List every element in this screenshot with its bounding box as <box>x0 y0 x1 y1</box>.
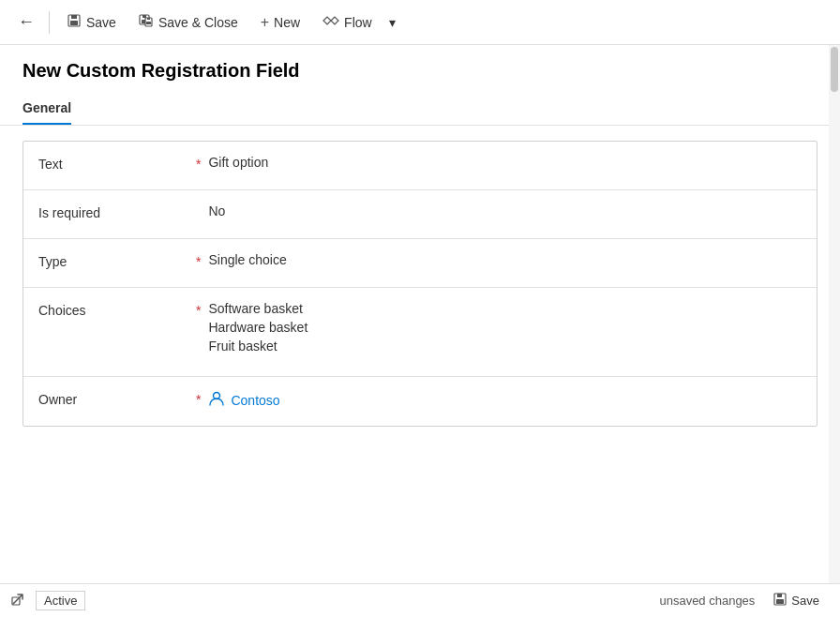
save-button[interactable]: Save <box>57 8 126 37</box>
save-icon <box>67 13 82 31</box>
choice-item-1[interactable]: Software basket <box>208 301 802 316</box>
page-title: New Custom Registration Field <box>22 60 818 82</box>
new-button[interactable]: + New <box>251 8 309 37</box>
form-area: Text * Gift option Is required * No Type… <box>0 126 840 583</box>
flow-label: Flow <box>344 15 372 30</box>
status-active-badge: Active <box>36 591 85 610</box>
status-save-button[interactable]: Save <box>764 589 829 612</box>
field-label-choices: Choices <box>38 301 188 318</box>
field-label-owner: Owner <box>38 390 188 407</box>
flow-icon <box>322 13 339 31</box>
svg-rect-7 <box>147 18 150 20</box>
save-close-label: Save & Close <box>158 15 238 30</box>
new-label: New <box>274 15 300 30</box>
field-value-owner[interactable]: Contoso <box>208 390 802 410</box>
svg-rect-8 <box>146 22 151 24</box>
required-indicator-choices: * <box>196 301 201 318</box>
main-content: New Custom Registration Field General Te… <box>0 45 840 583</box>
save-close-button[interactable]: Save & Close <box>129 8 248 37</box>
field-label-type: Type <box>38 252 188 269</box>
svg-rect-2 <box>70 21 78 25</box>
field-value-text[interactable]: Gift option <box>208 155 802 170</box>
status-right: unsaved changes Save <box>659 589 829 612</box>
status-save-label: Save <box>791 594 819 608</box>
svg-rect-12 <box>777 594 782 597</box>
flow-button[interactable]: Flow <box>313 8 382 37</box>
choice-item-2[interactable]: Hardware basket <box>208 320 802 335</box>
required-indicator-owner: * <box>196 390 201 407</box>
caret-down-icon: ▾ <box>389 15 396 30</box>
status-save-icon <box>773 593 787 609</box>
back-button[interactable]: ← <box>11 8 41 38</box>
toolbar-divider <box>49 11 50 34</box>
new-icon: + <box>261 14 269 31</box>
form-row-choices: Choices * Software basket Hardware baske… <box>23 288 817 377</box>
field-value-choices: Software basket Hardware basket Fruit ba… <box>208 301 802 354</box>
form-row-type: Type * Single choice <box>23 239 817 288</box>
owner-name: Contoso <box>231 393 279 408</box>
back-icon: ← <box>18 12 35 32</box>
required-indicator-text: * <box>196 155 201 172</box>
svg-rect-13 <box>776 599 784 604</box>
field-label-text: Text <box>38 155 188 172</box>
person-icon <box>208 390 225 410</box>
external-link-icon[interactable] <box>11 593 24 609</box>
unsaved-changes-text: unsaved changes <box>659 594 755 608</box>
form-row-is-required: Is required * No <box>23 190 817 239</box>
form-row-owner: Owner * Contoso <box>23 377 817 426</box>
form-row-text: Text * Gift option <box>23 142 817 190</box>
save-label: Save <box>86 15 116 30</box>
scrollbar-track[interactable] <box>829 45 840 583</box>
save-close-icon <box>139 13 154 31</box>
form-card: Text * Gift option Is required * No Type… <box>22 141 818 427</box>
field-value-is-required[interactable]: No <box>208 203 802 218</box>
page-header: New Custom Registration Field <box>0 45 840 93</box>
choice-item-3[interactable]: Fruit basket <box>208 339 802 354</box>
status-bar: Active unsaved changes Save <box>0 583 840 617</box>
field-label-is-required: Is required <box>38 203 188 220</box>
field-value-type[interactable]: Single choice <box>208 252 802 267</box>
status-left: Active <box>11 591 85 610</box>
toolbar: ← Save Save & Close + New <box>0 0 840 45</box>
required-indicator-type: * <box>196 252 201 269</box>
svg-rect-1 <box>71 15 77 19</box>
tabs: General <box>0 93 840 126</box>
scrollbar-thumb[interactable] <box>831 47 838 92</box>
tab-general[interactable]: General <box>22 93 71 125</box>
flow-caret-button[interactable]: ▾ <box>385 9 399 36</box>
